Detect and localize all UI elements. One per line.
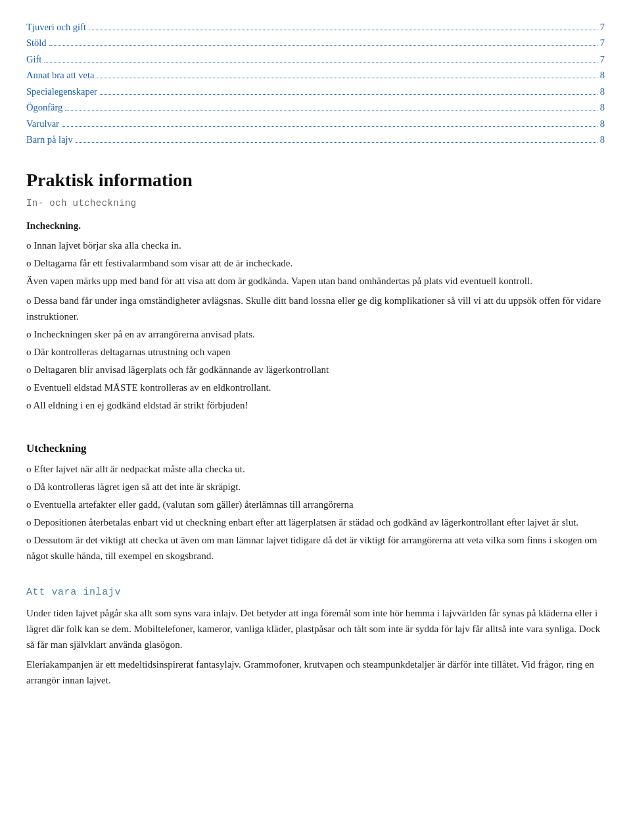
utcheckning-bullet-1: o Efter lajvet när allt är nedpackat mås… bbox=[26, 461, 605, 477]
toc-page: 7 bbox=[600, 20, 605, 34]
toc-dots bbox=[100, 94, 597, 95]
toc-dots bbox=[49, 45, 597, 46]
toc-link[interactable]: Ögonfärg bbox=[26, 100, 62, 114]
toc-page: 8 bbox=[600, 84, 605, 99]
in-ut-subheading: In- och utcheckning bbox=[26, 197, 605, 211]
toc-dots bbox=[89, 30, 597, 30]
att-vara-para-2: Eleriakampanjen är ett medeltidsinspirer… bbox=[26, 656, 605, 688]
toc-item: Specialegenskaper8 bbox=[26, 84, 605, 99]
praktisk-heading: Praktisk information bbox=[26, 166, 605, 194]
toc-item: Annat bra att veta8 bbox=[26, 68, 605, 82]
toc-link[interactable]: Specialegenskaper bbox=[26, 84, 97, 99]
toc-item: Ögonfärg8 bbox=[26, 100, 605, 114]
toc-item: Varulvar8 bbox=[26, 116, 605, 131]
toc-dots bbox=[65, 110, 597, 111]
toc-dots bbox=[44, 62, 597, 62]
att-vara-heading: Att vara inlajv bbox=[26, 585, 605, 600]
utcheckning-bullet-5: o Dessutom är det viktigt att checka ut … bbox=[26, 532, 605, 564]
att-vara-block: Att vara inlajv Under tiden lajvet pågår… bbox=[26, 585, 605, 688]
toc-link[interactable]: Barn på lajv bbox=[26, 132, 73, 147]
incheckning-list-3: o Eventuell eldstad MÅSTE kontrolleras a… bbox=[26, 380, 605, 395]
utcheckning-bullet-3: o Eventuella artefakter eller gadd, (val… bbox=[26, 497, 605, 512]
att-vara-para-1: Under tiden lajvet pågår ska allt som sy… bbox=[26, 605, 605, 653]
toc-item: Barn på lajv8 bbox=[26, 132, 605, 147]
incheckning-bullet-2: o Deltagarna får ett festivalarmband som… bbox=[26, 255, 605, 271]
utcheckning-block: Utcheckning o Efter lajvet när allt är n… bbox=[26, 440, 605, 564]
toc-link[interactable]: Stöld bbox=[26, 36, 47, 50]
incheckning-list-1: o Där kontrolleras deltagarnas utrustnin… bbox=[26, 344, 605, 360]
utcheckning-bullet-4: o Depositionen återbetalas enbart vid ut… bbox=[26, 514, 605, 530]
toc-page: 7 bbox=[600, 52, 605, 66]
table-of-contents: Tjuveri och gift7Stöld7Gift7Annat bra at… bbox=[26, 20, 605, 147]
toc-item: Gift7 bbox=[26, 52, 605, 66]
incheckning-block: Incheckning. o Innan lajvet börjar ska a… bbox=[26, 218, 605, 413]
incheckning-list-2: o Deltagaren blir anvisad lägerplats och… bbox=[26, 362, 605, 378]
incheckning-label: Incheckning. bbox=[26, 218, 605, 234]
praktisk-section: Praktisk information In- och utcheckning… bbox=[26, 166, 605, 564]
toc-page: 8 bbox=[600, 116, 605, 131]
toc-link[interactable]: Tjuveri och gift bbox=[26, 20, 86, 34]
toc-item: Stöld7 bbox=[26, 36, 605, 50]
toc-dots bbox=[97, 78, 597, 78]
toc-page: 8 bbox=[600, 132, 605, 147]
incheckning-para-3: o Incheckningen sker på en av arrangörer… bbox=[26, 326, 605, 342]
toc-page: 8 bbox=[600, 68, 605, 82]
incheckning-list-4: o All eldning i en ej godkänd eldstad är… bbox=[26, 397, 605, 413]
toc-dots bbox=[62, 126, 597, 127]
toc-link[interactable]: Gift bbox=[26, 52, 41, 66]
utcheckning-heading: Utcheckning bbox=[26, 440, 605, 457]
incheckning-bullet-1: o Innan lajvet börjar ska alla checka in… bbox=[26, 237, 605, 253]
toc-link[interactable]: Annat bra att veta bbox=[26, 68, 94, 82]
utcheckning-bullet-2: o Då kontrolleras lägret igen så att det… bbox=[26, 479, 605, 495]
toc-page: 8 bbox=[600, 100, 605, 114]
incheckning-para-1: Även vapen märks upp med band för att vi… bbox=[26, 273, 605, 289]
toc-link[interactable]: Varulvar bbox=[26, 116, 59, 131]
incheckning-para-2: o Dessa band får under inga omständighet… bbox=[26, 293, 605, 324]
toc-page: 7 bbox=[600, 36, 605, 50]
toc-dots bbox=[76, 142, 597, 143]
toc-item: Tjuveri och gift7 bbox=[26, 20, 605, 34]
